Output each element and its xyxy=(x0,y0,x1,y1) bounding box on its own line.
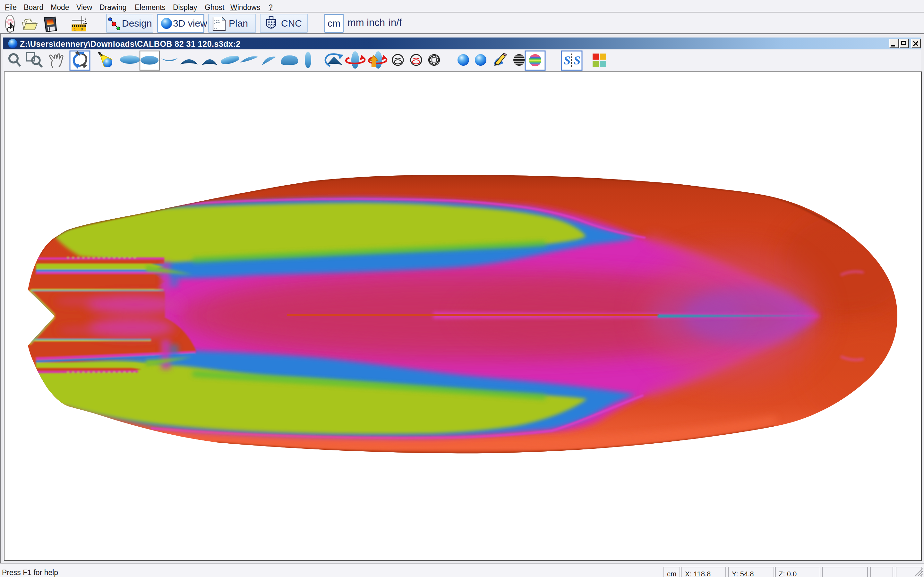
svg-text:1: 1 xyxy=(74,27,76,31)
svg-text:S: S xyxy=(564,53,570,67)
svg-text:0: 0 xyxy=(81,27,83,31)
svg-text:S: S xyxy=(573,53,580,67)
